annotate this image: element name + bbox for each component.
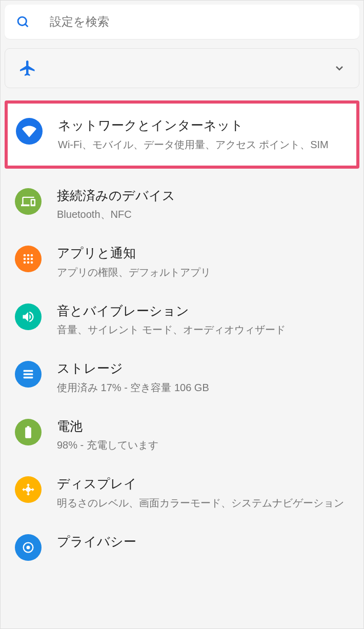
svg-point-6 [27, 258, 30, 260]
search-bar: 設定を検索 [5, 5, 359, 39]
setting-privacy[interactable]: プライバシー [7, 522, 357, 572]
svg-point-8 [24, 261, 26, 264]
chevron-down-icon [333, 62, 346, 74]
setting-subtitle: Wi-Fi、モバイル、データ使用量、アクセス ポイント、SIM [58, 137, 348, 152]
sound-icon [15, 303, 42, 330]
svg-point-0 [18, 17, 26, 25]
setting-subtitle: アプリの権限、デフォルトアプリ [57, 265, 349, 280]
setting-text: 音とバイブレーション 音量、サイレント モード、オーディオウィザード [57, 302, 349, 338]
svg-point-10 [31, 261, 33, 264]
storage-icon [15, 361, 42, 388]
svg-point-2 [24, 254, 26, 257]
setting-text: プライバシー [57, 533, 349, 553]
setting-title: 音とバイブレーション [57, 302, 349, 319]
setting-subtitle: 明るさのレベル、画面カラーモード、システムナビゲーション [57, 495, 349, 511]
svg-point-15 [27, 545, 30, 549]
privacy-icon [15, 534, 42, 561]
setting-battery[interactable]: 電池 98% - 充電しています [7, 407, 357, 464]
setting-network[interactable]: ネットワークとインターネット Wi-Fi、モバイル、データ使用量、アクセス ポイ… [5, 100, 359, 169]
airplane-mode-card[interactable] [5, 48, 359, 88]
svg-rect-12 [24, 373, 33, 375]
setting-sound[interactable]: 音とバイブレーション 音量、サイレント モード、オーディオウィザード [7, 291, 357, 349]
setting-subtitle: Bluetooth、NFC [57, 207, 349, 222]
svg-point-9 [27, 261, 30, 264]
display-icon [15, 476, 42, 503]
setting-subtitle: 使用済み 17% - 空き容量 106 GB [57, 380, 349, 395]
setting-text: 電池 98% - 充電しています [57, 418, 349, 453]
svg-point-7 [31, 258, 33, 260]
svg-point-3 [27, 254, 30, 257]
svg-point-4 [31, 254, 33, 257]
setting-storage[interactable]: ストレージ 使用済み 17% - 空き容量 106 GB [7, 349, 357, 407]
devices-icon [15, 188, 42, 215]
setting-connected-devices[interactable]: 接続済みのデバイス Bluetooth、NFC [7, 176, 357, 234]
svg-rect-11 [24, 370, 33, 372]
airplane-icon [18, 59, 37, 77]
setting-title: ストレージ [57, 360, 349, 377]
setting-display[interactable]: ディスプレイ 明るさのレベル、画面カラーモード、システムナビゲーション [7, 464, 357, 522]
setting-text: ストレージ 使用済み 17% - 空き容量 106 GB [57, 360, 349, 395]
battery-icon [15, 419, 42, 445]
apps-icon [15, 246, 42, 272]
setting-title: ネットワークとインターネット [58, 117, 348, 134]
setting-title: 接続済みのデバイス [57, 187, 349, 204]
setting-subtitle: 音量、サイレント モード、オーディオウィザード [57, 322, 349, 337]
svg-line-1 [25, 24, 28, 27]
setting-text: ディスプレイ 明るさのレベル、画面カラーモード、システムナビゲーション [57, 475, 349, 511]
setting-apps[interactable]: アプリと通知 アプリの権限、デフォルトアプリ [7, 233, 357, 291]
settings-list: ネットワークとインターネット Wi-Fi、モバイル、データ使用量、アクセス ポイ… [5, 100, 359, 572]
search-placeholder: 設定を検索 [50, 14, 109, 30]
setting-title: 電池 [57, 418, 349, 435]
search-icon [16, 15, 30, 29]
wifi-icon [16, 118, 43, 145]
setting-text: 接続済みのデバイス Bluetooth、NFC [57, 187, 349, 222]
setting-title: プライバシー [57, 533, 349, 550]
setting-subtitle: 98% - 充電しています [57, 437, 349, 453]
setting-text: アプリと通知 アプリの権限、デフォルトアプリ [57, 245, 349, 280]
svg-point-5 [24, 258, 26, 260]
setting-title: アプリと通知 [57, 245, 349, 261]
setting-text: ネットワークとインターネット Wi-Fi、モバイル、データ使用量、アクセス ポイ… [58, 117, 348, 152]
svg-rect-13 [24, 377, 33, 379]
setting-title: ディスプレイ [57, 475, 349, 492]
